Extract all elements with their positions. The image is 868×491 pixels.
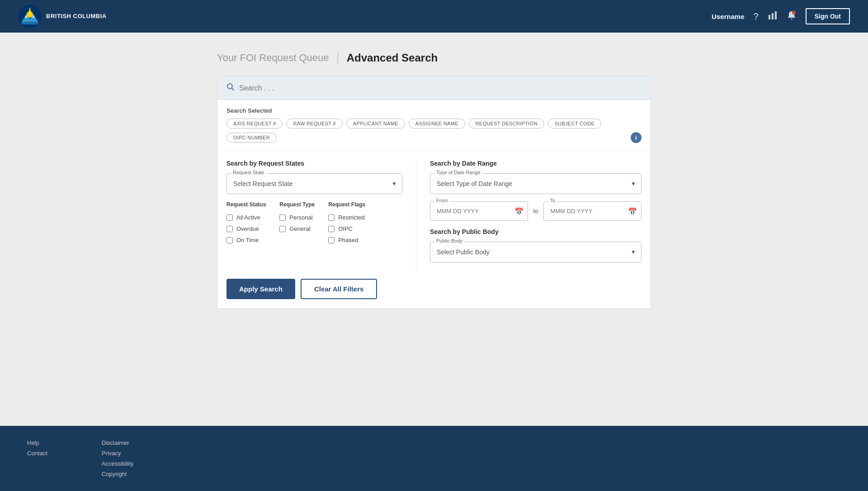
list-item[interactable]: OIPC bbox=[328, 225, 365, 232]
flags-col: Request Flags RestrictedOIPCPhased bbox=[328, 201, 365, 243]
list-item[interactable]: Personal bbox=[279, 214, 315, 221]
date-type-group: Type of Date Range Select Type of Date R… bbox=[430, 173, 642, 194]
search-chip[interactable]: RAW REQUEST # bbox=[286, 119, 342, 129]
search-chip[interactable]: ASSIGNEE NAME bbox=[409, 119, 465, 129]
search-panel: Search Selected AXIS REQUEST #RAW REQUES… bbox=[217, 76, 651, 309]
page-title-row: Your FOI Request Queue | Advanced Search bbox=[217, 51, 651, 65]
type-col-title: Request Type bbox=[279, 201, 315, 208]
date-from-label: From bbox=[434, 198, 450, 203]
date-to-wrap: To 📅 bbox=[543, 201, 642, 221]
public-body-section-title: Search by Public Body bbox=[430, 228, 642, 235]
title-divider: | bbox=[336, 51, 339, 65]
footer-col-1: HelpContact bbox=[27, 439, 47, 477]
search-chip[interactable]: REQUEST DESCRIPTION bbox=[469, 119, 544, 129]
date-type-label: Type of Date Range bbox=[434, 170, 482, 175]
search-chip[interactable]: OIPC NUMBER bbox=[226, 133, 277, 143]
info-badge[interactable]: i bbox=[631, 132, 642, 143]
type-col: Request Type PersonalGeneral bbox=[279, 201, 315, 243]
list-item[interactable]: Overdue bbox=[226, 225, 266, 232]
search-chip[interactable]: APPLICANT NAME bbox=[346, 119, 405, 129]
svg-line-13 bbox=[232, 88, 234, 91]
list-item[interactable]: On Time bbox=[226, 237, 266, 243]
date-to-input[interactable] bbox=[543, 201, 642, 221]
footer-link[interactable]: Copyright bbox=[102, 471, 134, 477]
request-state-label: Request State bbox=[231, 170, 266, 175]
list-item[interactable]: Phased bbox=[328, 237, 365, 243]
chart-icon[interactable] bbox=[768, 10, 778, 23]
checkboxes-row: Request Status All ActiveOverdueOn Time … bbox=[226, 201, 402, 243]
apply-search-button[interactable]: Apply Search bbox=[226, 279, 295, 299]
footer-link[interactable]: Privacy bbox=[102, 450, 134, 457]
status-col: Request Status All ActiveOverdueOn Time bbox=[226, 201, 266, 243]
date-type-select[interactable]: Select Type of Date Range bbox=[430, 173, 642, 194]
queue-title: Your FOI Request Queue bbox=[217, 52, 329, 64]
search-bar bbox=[217, 76, 651, 100]
request-state-select[interactable]: Select Request State bbox=[226, 173, 402, 194]
list-item[interactable]: All Active bbox=[226, 214, 266, 221]
buttons-row: Apply Search Clear All Filters bbox=[217, 279, 651, 308]
footer-link[interactable]: Contact bbox=[27, 450, 47, 457]
clear-filters-button[interactable]: Clear All Filters bbox=[301, 279, 377, 299]
date-from-to-row: From 📅 to To 📅 bbox=[430, 201, 642, 221]
public-body-group: Public Body Select Public Body ▼ bbox=[430, 242, 642, 262]
page-title: Advanced Search bbox=[347, 52, 438, 64]
status-col-title: Request Status bbox=[226, 201, 266, 208]
logo: British Columbia bbox=[18, 5, 107, 28]
username-label: Username bbox=[712, 13, 745, 20]
request-state-group: Request State Select Request State ▼ bbox=[226, 173, 402, 194]
svg-rect-8 bbox=[769, 15, 770, 19]
signout-button[interactable]: Sign Out bbox=[806, 8, 850, 24]
bc-logo-icon bbox=[18, 5, 42, 28]
search-selected-label: Search Selected bbox=[226, 107, 642, 114]
filters-right: Search by Date Range Type of Date Range … bbox=[416, 160, 642, 270]
main-content: Your FOI Request Queue | Advanced Search… bbox=[0, 33, 868, 426]
filters-row: Search by Request States Request State S… bbox=[217, 151, 651, 279]
date-from-input[interactable] bbox=[430, 201, 528, 221]
search-chip[interactable]: SUBJECT CODE bbox=[548, 119, 601, 129]
footer-col-2: DisclaimerPrivacyAccessibilityCopyright bbox=[102, 439, 134, 477]
search-chips: AXIS REQUEST #RAW REQUEST #APPLICANT NAM… bbox=[226, 119, 642, 143]
public-body-select[interactable]: Select Public Body bbox=[430, 242, 642, 262]
help-icon[interactable]: ?︎ bbox=[754, 11, 759, 22]
search-icon bbox=[226, 83, 235, 93]
list-item[interactable]: Restricted bbox=[328, 214, 365, 221]
footer-link[interactable]: Accessibility bbox=[102, 460, 134, 467]
content-wrapper: Your FOI Request Queue | Advanced Search… bbox=[217, 51, 651, 408]
svg-point-11 bbox=[792, 11, 796, 14]
date-from-wrap: From 📅 bbox=[430, 201, 528, 221]
svg-rect-9 bbox=[772, 13, 774, 19]
filters-left: Search by Request States Request State S… bbox=[226, 160, 416, 270]
header: British Columbia Username ?︎ Sign Out bbox=[0, 0, 868, 33]
list-item[interactable]: General bbox=[279, 225, 315, 232]
date-range-title: Search by Date Range bbox=[430, 160, 642, 167]
search-selected-section: Search Selected AXIS REQUEST #RAW REQUES… bbox=[217, 100, 651, 151]
date-to-label: To bbox=[548, 198, 557, 203]
footer: HelpContact DisclaimerPrivacyAccessibili… bbox=[0, 426, 868, 491]
footer-link[interactable]: Help bbox=[27, 439, 47, 446]
flags-col-title: Request Flags bbox=[328, 201, 365, 208]
svg-rect-10 bbox=[775, 11, 777, 19]
header-right: Username ?︎ Sign Out bbox=[712, 8, 850, 24]
logo-text: British Columbia bbox=[46, 13, 107, 20]
footer-link[interactable]: Disclaimer bbox=[102, 439, 134, 446]
public-body-label: Public Body bbox=[434, 238, 464, 243]
date-to-separator: to bbox=[533, 208, 538, 215]
search-chip[interactable]: AXIS REQUEST # bbox=[226, 119, 283, 129]
svg-marker-5 bbox=[22, 22, 38, 24]
search-input[interactable] bbox=[239, 84, 642, 92]
request-states-title: Search by Request States bbox=[226, 160, 402, 167]
notification-icon[interactable] bbox=[787, 10, 797, 23]
